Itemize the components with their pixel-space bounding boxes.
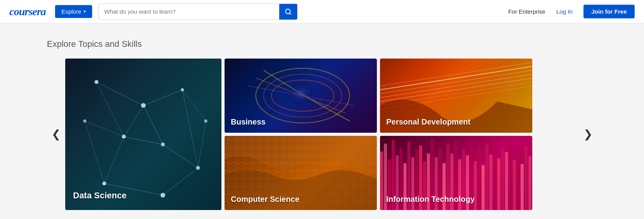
svg-point-25 [196,166,200,170]
logo-text: coursera [9,5,46,18]
svg-line-12 [85,121,124,137]
svg-line-14 [124,105,143,137]
topic-label-business: Business [231,118,266,126]
svg-rect-72 [509,139,512,210]
svg-line-4 [143,105,163,144]
topic-card-business[interactable]: Business [225,59,377,133]
topic-card-computer-science[interactable]: Computer Science [225,136,377,210]
header: coursera Explore ▾ For Enterprise Log In… [0,0,644,23]
svg-rect-67 [489,155,492,210]
svg-line-2 [96,82,143,105]
svg-point-21 [161,142,165,146]
svg-line-32 [380,70,532,94]
topic-card-personal-development[interactable]: Personal Development [380,59,532,133]
explore-label: Explore [61,8,81,15]
search-button[interactable] [279,4,297,20]
svg-point-19 [181,88,184,91]
topic-label-information-technology: Information Technology [386,195,475,204]
svg-rect-65 [482,165,485,210]
svg-point-26 [204,119,207,123]
topic-label-data-science: Data Science [73,191,127,201]
next-arrow-button[interactable]: ❯ [579,129,597,140]
svg-rect-68 [493,143,496,210]
svg-rect-39 [380,151,383,210]
topic-card-information-technology[interactable]: Information Technology [380,136,532,210]
search-bar [98,4,298,20]
svg-rect-77 [528,156,532,210]
svg-rect-71 [505,152,508,210]
svg-line-35 [380,78,532,101]
logo[interactable]: coursera [9,5,46,18]
svg-point-18 [141,103,146,108]
topic-label-computer-science: Computer Science [231,195,300,204]
chevron-down-icon: ▾ [84,9,86,14]
svg-rect-69 [497,158,500,210]
svg-point-23 [102,182,106,185]
topic-label-personal-development: Personal Development [386,118,471,126]
login-button[interactable]: Log In [551,5,577,18]
svg-rect-75 [521,164,524,210]
svg-line-15 [182,90,206,121]
svg-line-6 [124,137,163,144]
main-content: Explore Topics and Skills ❮ [0,23,644,219]
search-icon [285,8,292,15]
carousel-wrapper: ❮ [47,59,597,210]
svg-rect-64 [478,147,481,210]
svg-point-24 [161,193,165,198]
svg-point-17 [95,80,98,84]
svg-rect-74 [517,151,520,210]
svg-line-31 [380,66,532,90]
svg-line-11 [182,90,198,168]
svg-line-5 [96,82,124,137]
svg-point-22 [83,119,86,123]
svg-rect-73 [513,160,516,210]
search-input[interactable] [99,4,279,19]
svg-rect-70 [501,148,504,210]
svg-point-30 [277,74,324,113]
svg-line-34 [380,62,532,86]
svg-rect-66 [485,144,489,210]
svg-line-3 [143,90,182,105]
svg-line-7 [163,144,198,168]
svg-point-20 [122,135,126,139]
svg-rect-76 [524,146,528,210]
for-enterprise-link[interactable]: For Enterprise [508,8,545,15]
svg-line-1 [289,13,291,14]
prev-arrow-button[interactable]: ❮ [47,129,65,140]
svg-line-16 [198,121,206,168]
topics-grid: Data Science Bus [65,59,579,210]
join-button[interactable]: Join for Free [583,5,635,18]
section-title: Explore Topics and Skills [47,39,597,49]
svg-line-10 [163,168,198,195]
svg-line-8 [104,137,124,183]
topic-card-data-science[interactable]: Data Science [65,59,221,210]
svg-line-13 [85,121,104,183]
explore-button[interactable]: Explore ▾ [55,5,92,18]
